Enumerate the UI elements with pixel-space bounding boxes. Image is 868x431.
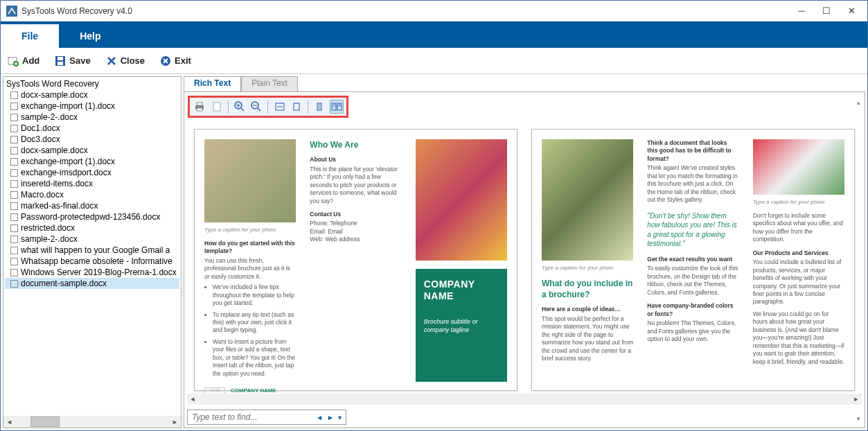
find-input[interactable] <box>191 412 315 423</box>
checkbox[interactable] <box>10 136 18 143</box>
checkbox[interactable] <box>10 91 18 99</box>
print-button[interactable] <box>193 100 206 114</box>
hscroll-thumb[interactable] <box>30 416 60 427</box>
main-toolbar: Add Save Close Exit <box>1 48 867 74</box>
single-page-button[interactable] <box>312 100 326 114</box>
checkbox[interactable] <box>10 236 18 243</box>
tree-item[interactable]: Password-protectedpwd-123456.docx <box>5 211 179 222</box>
checkbox[interactable] <box>10 269 18 276</box>
tree-item-label: docx-sample.docx <box>21 146 88 155</box>
tree-item[interactable]: sample-2-.docx <box>5 234 179 245</box>
tree-item[interactable]: docx-sample.docx <box>5 89 179 100</box>
tree-item[interactable]: inseretd-items.docx <box>5 178 179 189</box>
close-button[interactable]: Close <box>106 55 145 67</box>
scroll-down-icon[interactable]: ▾ <box>857 415 860 422</box>
checkbox[interactable] <box>10 258 18 265</box>
find-next-button[interactable]: ► <box>326 414 335 421</box>
page1-col2: Who We Are About Us This is the place fo… <box>310 139 401 382</box>
company-footer: YOUR LOGO HERE COMPANY NAME Address City… <box>204 387 296 394</box>
fit-page-button[interactable] <box>290 100 303 114</box>
tree-item[interactable]: what will happen to your Google Gmail a <box>5 245 179 256</box>
close-window-button[interactable]: ✕ <box>841 3 862 19</box>
text-block: Don't forget to include some specifics a… <box>753 212 844 244</box>
preview-page-2: Type a caption for your photo What do yo… <box>531 129 855 391</box>
save-button[interactable]: Save <box>55 55 90 67</box>
zoom-in-button[interactable] <box>233 100 247 114</box>
add-button[interactable]: Add <box>8 55 39 67</box>
fit-width-button[interactable] <box>272 100 286 114</box>
logo-placeholder: YOUR LOGO HERE <box>204 387 225 394</box>
exit-button[interactable]: Exit <box>160 55 191 67</box>
checkbox[interactable] <box>10 180 18 188</box>
hscroll-left-icon[interactable]: ◄ <box>3 416 15 428</box>
find-bar: ◄ ► ▾ ▾ <box>184 407 865 428</box>
text-block: This is the place for your 'elevator pit… <box>310 166 401 205</box>
tree-item[interactable]: Whatsapp became obsolete - Informative <box>5 256 179 267</box>
tree-item[interactable]: sample-2-.docx <box>5 112 179 123</box>
tree-item[interactable]: document-sample.docx <box>5 278 179 289</box>
contact-phone: Phone: Telephone <box>310 220 401 227</box>
tab-rich-text[interactable]: Rich Text <box>184 76 241 91</box>
exit-label: Exit <box>175 55 191 66</box>
photo-caption: Type a caption for your photo <box>542 265 633 272</box>
tree-item[interactable]: exchange-import (1).docx <box>5 156 179 167</box>
heading-aboutus: About Us <box>310 156 401 164</box>
checkbox[interactable] <box>10 125 18 132</box>
tree-item[interactable]: docx-sample.docx <box>5 145 179 156</box>
tree-item[interactable]: restricted.docx <box>5 222 179 234</box>
tree-item[interactable]: marked-as-final.docx <box>5 200 179 211</box>
tree-item[interactable]: exchange-import (1).docx <box>5 100 179 112</box>
checkbox[interactable] <box>10 169 18 177</box>
tree-item[interactable]: Windows Server 2019-Blog-Prerna-1.docx <box>5 267 179 278</box>
checkbox[interactable] <box>10 147 18 155</box>
tree-item[interactable]: Doc3.docx <box>5 134 179 145</box>
zoom-out-button[interactable] <box>249 100 263 114</box>
tree-item[interactable]: Macro.docx <box>5 189 179 200</box>
sidebar-hscrollbar[interactable]: ◄ ► <box>3 416 181 428</box>
checkbox[interactable] <box>10 191 18 199</box>
photo-caption: Type a caption for your photo <box>204 227 296 234</box>
pages-container[interactable]: Type a caption for your photo How do you… <box>184 119 865 394</box>
file-tree[interactable]: SysTools Word Recovery docx-sample.docxe… <box>3 77 181 415</box>
tree-item-label: what will happen to your Google Gmail a <box>21 245 170 255</box>
checkbox[interactable] <box>10 202 18 210</box>
preview-page-1: Type a caption for your photo How do you… <box>194 129 517 391</box>
heading-exactresults: Get the exact results you want <box>647 256 738 263</box>
menu-help[interactable]: Help <box>59 24 121 48</box>
tab-plain-text[interactable]: Plain Text <box>241 76 298 91</box>
checkbox[interactable] <box>10 158 18 166</box>
checkbox[interactable] <box>10 213 18 221</box>
tree-item[interactable]: exchange-imsdport.docx <box>5 167 179 178</box>
photo-placeholder <box>204 139 296 222</box>
svg-rect-14 <box>294 103 299 110</box>
tree-root[interactable]: SysTools Word Recovery <box>5 78 179 89</box>
hscroll-track[interactable] <box>198 394 851 405</box>
hscroll-right-icon[interactable]: ► <box>169 416 181 428</box>
checkbox[interactable] <box>10 225 18 232</box>
checkbox[interactable] <box>10 114 18 121</box>
preview-hscrollbar[interactable]: ◄ ► <box>184 394 865 407</box>
minimize-button[interactable]: ─ <box>791 3 812 19</box>
photo-placeholder <box>416 139 507 261</box>
two-page-button[interactable] <box>330 100 344 114</box>
hscroll-right-icon[interactable]: ► <box>851 394 862 405</box>
checkbox[interactable] <box>10 247 18 254</box>
tree-item[interactable]: Doc1.docx <box>5 123 179 134</box>
checkbox[interactable] <box>10 103 18 110</box>
preview-panel: Rich Text Plain Text ▴ <box>184 76 865 428</box>
hscroll-left-icon[interactable]: ◄ <box>187 394 198 405</box>
company-name-box: COMPANYNAME Brochure subtitle or company… <box>416 269 507 382</box>
heading-whatinclude: What do you include in a brochure? <box>542 278 633 300</box>
maximize-button[interactable]: ☐ <box>816 3 837 19</box>
list-item: To replace any tip text (such as this) w… <box>213 311 296 335</box>
subheading-ideas: Here are a couple of ideas… <box>542 306 633 313</box>
menu-file[interactable]: File <box>1 24 59 48</box>
scroll-up-icon[interactable]: ▴ <box>857 99 860 106</box>
page-button[interactable] <box>209 100 223 114</box>
photo-placeholder <box>542 139 633 261</box>
find-prev-button[interactable]: ◄ <box>315 414 324 421</box>
checkbox[interactable] <box>10 280 18 288</box>
find-dropdown-button[interactable]: ▾ <box>337 414 343 421</box>
app-logo-icon <box>6 6 17 17</box>
file-tree-panel: SysTools Word Recovery docx-sample.docxe… <box>3 76 181 428</box>
